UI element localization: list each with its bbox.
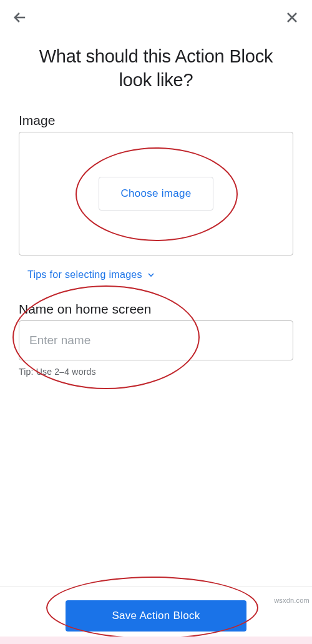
watermark-text: wsxdn.com	[274, 597, 310, 604]
save-action-block-button[interactable]: Save Action Block	[66, 600, 246, 632]
footer-bar: Save Action Block	[0, 586, 312, 632]
chevron-down-icon	[146, 270, 156, 280]
back-icon[interactable]	[11, 9, 29, 26]
image-label: Image	[19, 113, 293, 128]
name-label: Name on home screen	[19, 302, 293, 317]
tips-link-label: Tips for selecting images	[27, 269, 142, 280]
tips-link[interactable]: Tips for selecting images	[27, 269, 156, 280]
choose-image-button[interactable]: Choose image	[99, 177, 213, 211]
close-icon[interactable]	[283, 9, 301, 26]
name-input[interactable]	[19, 320, 293, 360]
image-preview-box: Choose image	[19, 132, 293, 255]
page-title: What should this Action Block look like?	[0, 26, 312, 98]
name-tip: Tip: Use 2–4 words	[19, 367, 293, 377]
bottom-accent-bar	[0, 637, 312, 644]
